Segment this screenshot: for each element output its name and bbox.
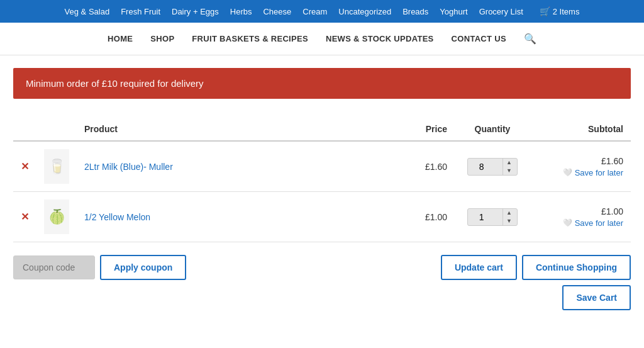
save-cart-button[interactable]: Save Cart	[562, 285, 631, 310]
subtotal-price: £1.60	[538, 156, 623, 166]
coupon-input[interactable]	[13, 255, 95, 279]
product-link[interactable]: 2Ltr Milk (Blue)- Muller	[84, 162, 173, 172]
top-navigation: Veg & Salad Fresh Fruit Dairy + Eggs Her…	[0, 0, 644, 23]
main-navigation: HOME SHOP FRUIT BASKETS & RECIPES NEWS &…	[0, 23, 644, 55]
quantity-arrows: ▲ ▼	[502, 209, 515, 225]
mainnav-contact[interactable]: CONTACT US	[452, 34, 506, 43]
heart-icon: 🤍	[563, 218, 572, 227]
cart-icon: 🛒	[540, 6, 550, 16]
apply-coupon-button[interactable]: Apply coupon	[100, 255, 186, 280]
right-actions: Update cart Continue Shopping Save Cart	[441, 255, 631, 310]
mainnav-shop[interactable]: SHOP	[150, 34, 174, 43]
cart-item-count: 2 Items	[553, 7, 580, 16]
save-later-label: Save for later	[575, 218, 623, 228]
product-price: £1.60	[398, 141, 455, 192]
col-header-quantity: Quantity	[455, 118, 530, 141]
topnav-yoghurt[interactable]: Yoghurt	[440, 7, 467, 16]
cart-actions: Apply coupon Update cart Continue Shoppi…	[13, 255, 631, 310]
quantity-arrows: ▲ ▼	[502, 159, 515, 175]
quantity-input[interactable]	[470, 159, 502, 174]
remove-item-button[interactable]: ✕	[21, 160, 29, 172]
save-later-link[interactable]: 🤍 Save for later	[538, 168, 623, 177]
product-image: 🥛	[44, 149, 69, 184]
subtotal-cell: £1.00 🤍 Save for later	[538, 206, 623, 228]
cart-table: Product Price Quantity Subtotal ✕ 🥛 2Ltr…	[13, 118, 631, 242]
alert-banner: Minimum order of £10 required for delive…	[13, 68, 631, 99]
subtotal-price: £1.00	[538, 206, 623, 216]
topnav-grocery-list[interactable]: Grocery List	[479, 7, 523, 16]
topnav-uncategorized[interactable]: Uncategorized	[338, 7, 391, 16]
product-price: £1.00	[398, 192, 455, 242]
heart-icon: 🤍	[563, 168, 572, 177]
save-later-label: Save for later	[575, 168, 623, 177]
page-content: Minimum order of £10 required for delive…	[4, 55, 640, 323]
topnav-veg-salad[interactable]: Veg & Salad	[65, 7, 110, 16]
product-image: 🍈	[44, 199, 69, 234]
mainnav-fruit-baskets[interactable]: FRUIT BASKETS & RECIPES	[192, 34, 308, 43]
search-icon[interactable]: 🔍	[524, 33, 536, 45]
quantity-stepper[interactable]: ▲ ▼	[467, 208, 518, 226]
quantity-down-button[interactable]: ▼	[503, 217, 515, 225]
quantity-stepper[interactable]: ▲ ▼	[467, 158, 518, 176]
topnav-dairy-eggs[interactable]: Dairy + Eggs	[172, 7, 219, 16]
subtotal-cell: £1.60 🤍 Save for later	[538, 156, 623, 177]
continue-shopping-button[interactable]: Continue Shopping	[522, 255, 631, 280]
topnav-herbs[interactable]: Herbs	[230, 7, 252, 16]
update-cart-button[interactable]: Update cart	[441, 255, 517, 280]
product-link[interactable]: 1/2 Yellow Melon	[84, 212, 150, 222]
table-row: ✕ 🍈 1/2 Yellow Melon £1.00 ▲ ▼	[13, 192, 631, 242]
topnav-cream[interactable]: Cream	[303, 7, 327, 16]
remove-item-button[interactable]: ✕	[21, 211, 29, 223]
mainnav-news[interactable]: NEWS & STOCK UPDATES	[326, 34, 434, 43]
coupon-area: Apply coupon	[13, 255, 441, 280]
cart-area[interactable]: 🛒 2 Items	[540, 6, 580, 16]
col-header-subtotal: Subtotal	[530, 118, 631, 141]
topnav-fresh-fruit[interactable]: Fresh Fruit	[121, 7, 160, 16]
col-header-image	[36, 118, 77, 141]
col-header-product: Product	[77, 118, 398, 141]
quantity-up-button[interactable]: ▲	[503, 159, 515, 167]
quantity-input[interactable]	[470, 210, 502, 225]
table-row: ✕ 🥛 2Ltr Milk (Blue)- Muller £1.60 ▲ ▼	[13, 141, 631, 192]
quantity-up-button[interactable]: ▲	[503, 209, 515, 217]
col-header-price: Price	[398, 118, 455, 141]
alert-message: Minimum order of £10 required for delive…	[26, 78, 204, 89]
topnav-breads[interactable]: Breads	[402, 7, 428, 16]
topnav-cheese[interactable]: Cheese	[263, 7, 291, 16]
quantity-down-button[interactable]: ▼	[503, 167, 515, 175]
mainnav-home[interactable]: HOME	[108, 34, 133, 43]
col-header-remove	[13, 118, 36, 141]
save-later-link[interactable]: 🤍 Save for later	[538, 218, 623, 228]
